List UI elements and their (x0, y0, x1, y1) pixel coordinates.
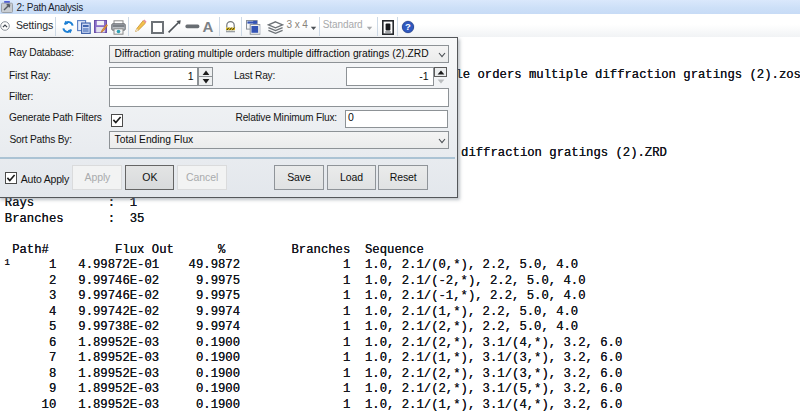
svg-text:?: ? (405, 21, 411, 32)
